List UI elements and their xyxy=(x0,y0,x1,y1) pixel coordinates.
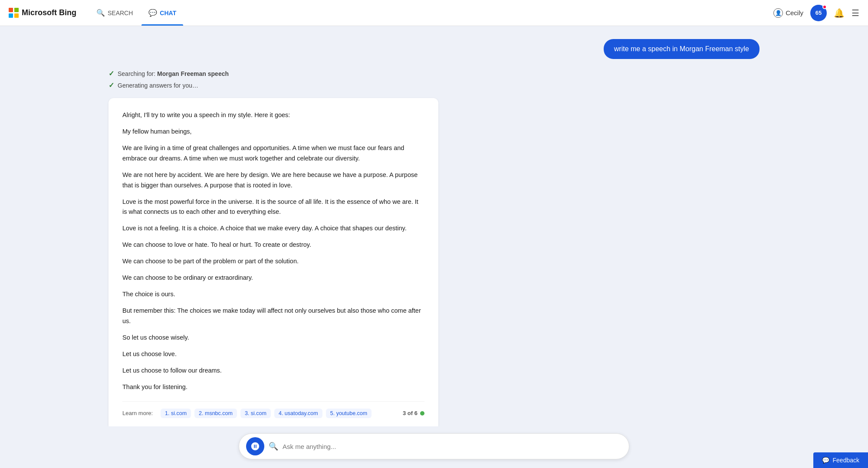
user-message-text: write me a speech in Morgan Freeman styl… xyxy=(614,45,749,52)
learn-link-4[interactable]: 5. youtube.com xyxy=(326,409,372,418)
nav-bar: 🔍 SEARCH 💬 CHAT xyxy=(89,0,183,26)
page-indicator-text: 3 of 6 xyxy=(403,410,418,416)
ai-para-4: Love is the most powerful force in the u… xyxy=(122,197,424,218)
logo-text: Microsoft Bing xyxy=(22,8,76,17)
feedback-label: Feedback xyxy=(833,457,859,464)
ai-para-13: Let us choose to follow our dreams. xyxy=(122,366,424,376)
ai-para-11: So let us choose wisely. xyxy=(122,333,424,343)
user-avatar-icon: 👤 xyxy=(773,8,783,18)
chat-inner: write me a speech in Morgan Freeman styl… xyxy=(108,39,760,426)
ai-para-1: My fellow human beings, xyxy=(122,127,424,137)
nav-search-label: SEARCH xyxy=(108,10,133,16)
header-right: 👤 Cecily 65 🔔 ☰ xyxy=(773,5,859,21)
chat-icon: 💬 xyxy=(148,9,157,17)
logo[interactable]: Microsoft Bing xyxy=(9,8,76,18)
input-bar: 🔍 xyxy=(239,433,629,459)
score-badge[interactable]: 65 xyxy=(810,5,827,21)
bing-logo-squares xyxy=(9,8,19,18)
ai-para-5: Love is not a feeling. It is a choice. A… xyxy=(122,223,424,234)
user-name: Cecily xyxy=(786,9,803,16)
learn-link-0[interactable]: 1. si.com xyxy=(161,409,191,418)
input-search-icon: 🔍 xyxy=(269,442,278,451)
learn-link-3[interactable]: 4. usatoday.com xyxy=(274,409,322,418)
score-value: 65 xyxy=(815,10,822,16)
search-icon: 🔍 xyxy=(96,9,105,17)
ai-para-2: We are living in a time of great challen… xyxy=(122,143,424,164)
ai-para-14: Thank you for listening. xyxy=(122,382,424,393)
input-bar-wrap: 🔍 xyxy=(0,426,868,468)
learn-link-2[interactable]: 3. si.com xyxy=(240,409,271,418)
user-message-wrap: write me a speech in Morgan Freeman styl… xyxy=(604,39,760,59)
ai-para-9: The choice is ours. xyxy=(122,289,424,300)
ai-para-0: Alright, I'll try to write you a speech … xyxy=(122,110,424,121)
status-line-1: ✓ Searching for: Morgan Freeman speech xyxy=(108,69,229,78)
bing-button[interactable] xyxy=(246,437,264,455)
chat-area: write me a speech in Morgan Freeman styl… xyxy=(0,26,868,426)
ai-response-card: Alright, I'll try to write you a speech … xyxy=(108,98,438,426)
ai-para-8: We can choose to be ordinary or extraord… xyxy=(122,273,424,283)
learn-more-label: Learn more: xyxy=(122,410,153,416)
ai-para-7: We can choose to be part of the problem … xyxy=(122,256,424,267)
hamburger-menu-icon[interactable]: ☰ xyxy=(852,8,859,18)
check-icon-1: ✓ xyxy=(108,69,114,78)
feedback-button[interactable]: 💬 Feedback xyxy=(813,452,868,468)
check-icon-2: ✓ xyxy=(108,81,114,89)
main-content: write me a speech in Morgan Freeman styl… xyxy=(0,26,868,468)
learn-more-links: 1. si.com 2. msnbc.com 3. si.com 4. usat… xyxy=(161,409,372,418)
nav-chat[interactable]: 💬 CHAT xyxy=(141,0,183,26)
nav-search[interactable]: 🔍 SEARCH xyxy=(89,0,140,26)
status-text-2: Generating answers for you… xyxy=(118,82,198,89)
learn-link-1[interactable]: 2. msnbc.com xyxy=(194,409,237,418)
ai-para-12: Let us choose love. xyxy=(122,349,424,360)
status-text-1: Searching for: Morgan Freeman speech xyxy=(118,70,229,77)
ask-input[interactable] xyxy=(283,443,622,450)
score-notification-dot xyxy=(822,5,827,9)
learn-more-row: Learn more: 1. si.com 2. msnbc.com 3. si… xyxy=(122,401,424,418)
ai-para-10: But remember this: The choices we make t… xyxy=(122,306,424,327)
nav-chat-label: CHAT xyxy=(160,10,176,16)
status-line-2: ✓ Generating answers for you… xyxy=(108,81,198,89)
green-status-dot xyxy=(420,411,424,416)
bing-button-icon xyxy=(250,442,260,451)
user-info[interactable]: 👤 Cecily xyxy=(773,8,803,18)
ai-para-6: We can choose to love or hate. To heal o… xyxy=(122,240,424,250)
header: Microsoft Bing 🔍 SEARCH 💬 CHAT 👤 Cecily … xyxy=(0,0,868,26)
user-bubble: write me a speech in Morgan Freeman styl… xyxy=(604,39,760,59)
notification-icon[interactable]: 🔔 xyxy=(834,8,845,18)
ai-para-3: We are not here by accident. We are here… xyxy=(122,170,424,191)
page-indicator: 3 of 6 xyxy=(403,410,424,416)
feedback-icon: 💬 xyxy=(822,457,829,464)
